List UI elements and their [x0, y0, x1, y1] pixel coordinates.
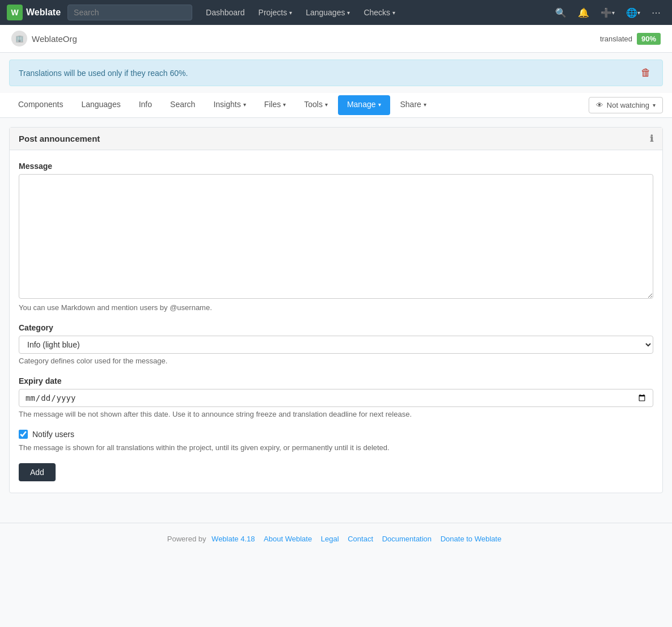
eye-icon: 👁	[596, 101, 603, 109]
footer-link-contact[interactable]: Contact	[348, 535, 373, 543]
add-button[interactable]: Add	[19, 463, 56, 481]
chevron-down-icon: ▾	[378, 101, 381, 108]
tab-info[interactable]: Info	[130, 93, 161, 117]
search-input[interactable]	[67, 5, 192, 20]
notify-check-row: Notify users	[19, 430, 653, 439]
alert-text: Translations will be used only if they r…	[19, 69, 188, 78]
card-body: Message You can use Markdown and mention…	[10, 150, 662, 493]
tab-components[interactable]: Components	[9, 93, 72, 117]
nav-links: Dashboard Projects ▾ Languages ▾ Checks …	[199, 5, 402, 20]
org-bar: 🏢 WeblateOrg translated 90%	[0, 25, 672, 53]
chevron-down-icon: ▾	[392, 10, 395, 16]
chevron-down-icon: ▾	[325, 101, 328, 108]
info-icon[interactable]: ℹ	[650, 133, 653, 144]
org-icon: 🏢	[11, 31, 27, 46]
footer: Powered by Weblate 4.18 About Weblate Le…	[0, 523, 672, 554]
message-group: Message You can use Markdown and mention…	[19, 162, 653, 312]
footer-link-legal[interactable]: Legal	[321, 535, 339, 543]
footer-link-weblate[interactable]: Weblate 4.18	[212, 535, 255, 543]
tab-manage[interactable]: Manage ▾	[338, 95, 390, 115]
translated-status: translated 90%	[600, 33, 661, 45]
tab-tools[interactable]: Tools ▾	[295, 93, 337, 117]
chevron-down-icon: ▾	[289, 10, 292, 16]
category-select[interactable]: Info (light blue) Warning (yellow) Dange…	[19, 336, 653, 354]
footer-link-about[interactable]: About Weblate	[264, 535, 312, 543]
translated-badge: 90%	[637, 33, 661, 45]
brand-link[interactable]: W Weblate	[7, 5, 61, 20]
navbar-right: 🔍 🔔 ➕ ▾ 🌐 ▾ ⋯	[551, 4, 665, 22]
tab-languages[interactable]: Languages	[72, 93, 129, 117]
message-label: Message	[19, 162, 653, 171]
org-name: WeblateOrg	[32, 34, 77, 44]
tab-share[interactable]: Share ▾	[391, 93, 436, 117]
brand-label: Weblate	[26, 7, 61, 18]
watching-label: Not watching	[607, 101, 649, 109]
card-title: Post announcement	[19, 134, 100, 143]
form-actions: Add	[19, 463, 653, 481]
org-link[interactable]: 🏢 WeblateOrg	[11, 31, 77, 46]
notify-group: Notify users The message is shown for al…	[19, 430, 653, 452]
navbar: W Weblate Dashboard Projects ▾ Languages…	[0, 0, 672, 25]
chevron-down-icon: ▾	[612, 10, 615, 16]
add-icon-button[interactable]: ➕ ▾	[596, 4, 619, 22]
search-icon-button[interactable]: 🔍	[551, 4, 571, 22]
nav-checks[interactable]: Checks ▾	[357, 5, 402, 20]
category-group: Category Info (light blue) Warning (yell…	[19, 323, 653, 365]
category-help: Category defines color used for the mess…	[19, 357, 653, 365]
message-help: You can use Markdown and mention users b…	[19, 303, 653, 312]
expiry-group: Expiry date The message will be not show…	[19, 376, 653, 418]
tab-bar-right: 👁 Not watching ▾	[589, 97, 663, 113]
tab-bar: Components Languages Info Search Insight…	[0, 93, 672, 118]
alert-banner: Translations will be used only if they r…	[9, 60, 663, 86]
chevron-down-icon: ▾	[653, 102, 656, 108]
footer-link-docs[interactable]: Documentation	[382, 535, 432, 543]
more-icon-button[interactable]: ⋯	[647, 4, 665, 22]
footer-link-donate[interactable]: Donate to Weblate	[441, 535, 501, 543]
chevron-down-icon: ▾	[637, 10, 640, 16]
chevron-down-icon: ▾	[243, 101, 246, 108]
footer-powered-by: Powered by	[167, 535, 206, 543]
tab-search[interactable]: Search	[161, 93, 204, 117]
tab-files[interactable]: Files ▾	[255, 93, 295, 117]
alert-close-button[interactable]: 🗑	[639, 67, 653, 79]
tab-insights[interactable]: Insights ▾	[204, 93, 255, 117]
bell-icon-button[interactable]: 🔔	[573, 4, 594, 22]
chevron-down-icon: ▾	[347, 10, 350, 16]
watching-button[interactable]: 👁 Not watching ▾	[589, 97, 663, 113]
expiry-label: Expiry date	[19, 376, 653, 385]
expiry-date-input[interactable]	[19, 389, 653, 407]
notify-label: Notify users	[32, 430, 74, 439]
chevron-down-icon: ▾	[283, 101, 286, 108]
message-textarea[interactable]	[19, 174, 653, 299]
nav-projects[interactable]: Projects ▾	[252, 5, 299, 20]
theme-icon-button[interactable]: 🌐 ▾	[622, 4, 645, 22]
translated-label: translated	[600, 35, 632, 43]
notify-help: The message is shown for all translation…	[19, 443, 653, 452]
main-content: Post announcement ℹ Message You can use …	[0, 118, 672, 511]
nav-dashboard[interactable]: Dashboard	[199, 5, 252, 20]
chevron-down-icon: ▾	[424, 101, 426, 108]
post-announcement-card: Post announcement ℹ Message You can use …	[9, 127, 663, 493]
category-label: Category	[19, 323, 653, 332]
notify-checkbox[interactable]	[19, 430, 28, 439]
expiry-help: The message will be not shown after this…	[19, 410, 653, 418]
brand-icon: W	[7, 5, 23, 20]
nav-languages[interactable]: Languages ▾	[299, 5, 357, 20]
card-header: Post announcement ℹ	[10, 128, 662, 150]
